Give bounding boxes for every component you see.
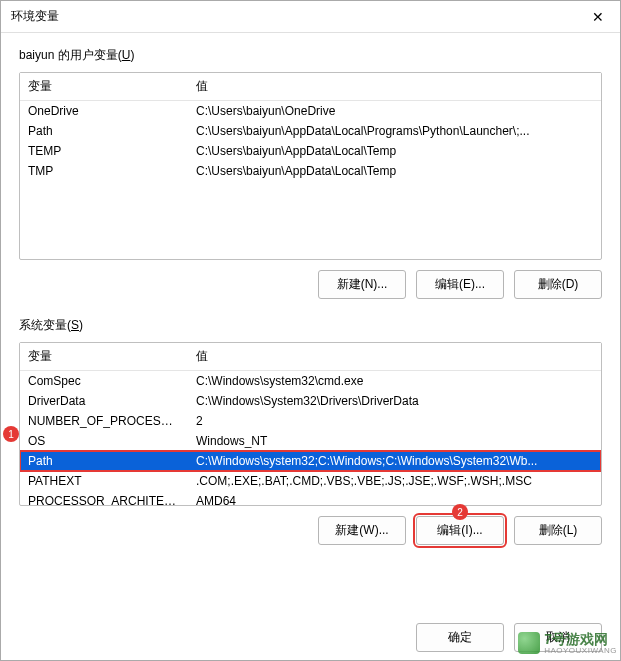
sys-buttons: 新建(W)... 2 编辑(I)... 删除(L) xyxy=(19,516,602,545)
col-value[interactable]: 值 xyxy=(188,343,601,370)
callout-badge-1: 1 xyxy=(3,426,19,442)
table-row[interactable]: OS Windows_NT xyxy=(20,431,601,451)
edit-button[interactable]: 编辑(I)... xyxy=(416,516,504,545)
table-row[interactable]: PATHEXT .COM;.EXE;.BAT;.CMD;.VBS;.VBE;.J… xyxy=(20,471,601,491)
cancel-button[interactable]: 取消 xyxy=(514,623,602,652)
table-row[interactable]: TMP C:\Users\baiyun\AppData\Local\Temp xyxy=(20,161,601,181)
table-row[interactable]: TEMP C:\Users\baiyun\AppData\Local\Temp xyxy=(20,141,601,161)
user-vars-label: baiyun 的用户变量(U) xyxy=(19,47,602,64)
new-button[interactable]: 新建(N)... xyxy=(318,270,406,299)
user-buttons: 新建(N)... 编辑(E)... 删除(D) xyxy=(19,270,602,299)
ok-button[interactable]: 确定 xyxy=(416,623,504,652)
user-vars-listview[interactable]: 变量 值 OneDrive C:\Users\baiyun\OneDrive P… xyxy=(19,72,602,260)
sys-vars-label: 系统变量(S) xyxy=(19,317,602,334)
delete-button[interactable]: 删除(D) xyxy=(514,270,602,299)
delete-button[interactable]: 删除(L) xyxy=(514,516,602,545)
table-row[interactable]: PROCESSOR_ARCHITECT... AMD64 xyxy=(20,491,601,505)
table-row[interactable]: OneDrive C:\Users\baiyun\OneDrive xyxy=(20,101,601,121)
sys-list-body[interactable]: ComSpec C:\Windows\system32\cmd.exe Driv… xyxy=(20,371,601,505)
sys-list-wrap: 1 变量 值 ComSpec C:\Windows\system32\cmd.e… xyxy=(19,342,602,506)
env-vars-dialog: 环境变量 ✕ baiyun 的用户变量(U) 变量 值 OneDrive C:\… xyxy=(0,0,621,661)
user-list-body[interactable]: OneDrive C:\Users\baiyun\OneDrive Path C… xyxy=(20,101,601,259)
sys-list-header: 变量 值 xyxy=(20,343,601,371)
close-icon[interactable]: ✕ xyxy=(586,9,610,25)
titlebar: 环境变量 ✕ xyxy=(1,1,620,33)
table-row[interactable]: Path C:\Users\baiyun\AppData\Local\Progr… xyxy=(20,121,601,141)
dialog-bottom-buttons: 确定 取消 xyxy=(19,605,602,652)
table-row-selected[interactable]: Path C:\Windows\system32;C:\Windows;C:\W… xyxy=(20,451,601,471)
table-row[interactable]: NUMBER_OF_PROCESSORS 2 xyxy=(20,411,601,431)
callout-badge-2: 2 xyxy=(452,504,468,520)
dialog-title: 环境变量 xyxy=(11,8,59,25)
col-value[interactable]: 值 xyxy=(188,73,601,100)
user-list-header: 变量 值 xyxy=(20,73,601,101)
new-button[interactable]: 新建(W)... xyxy=(318,516,406,545)
table-row[interactable]: DriverData C:\Windows\System32\Drivers\D… xyxy=(20,391,601,411)
sys-vars-listview[interactable]: 变量 值 ComSpec C:\Windows\system32\cmd.exe… xyxy=(19,342,602,506)
edit-button[interactable]: 编辑(E)... xyxy=(416,270,504,299)
col-variable[interactable]: 变量 xyxy=(20,73,188,100)
table-row[interactable]: ComSpec C:\Windows\system32\cmd.exe xyxy=(20,371,601,391)
col-variable[interactable]: 变量 xyxy=(20,343,188,370)
dialog-content: baiyun 的用户变量(U) 变量 值 OneDrive C:\Users\b… xyxy=(1,33,620,660)
